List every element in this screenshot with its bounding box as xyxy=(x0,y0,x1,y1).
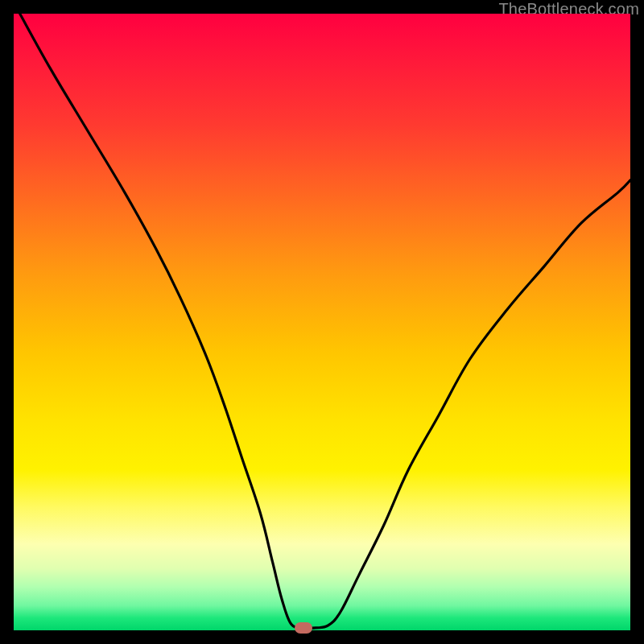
plot-area xyxy=(14,14,630,630)
curve-svg xyxy=(14,14,630,630)
bottleneck-curve xyxy=(20,14,630,628)
chart-canvas: TheBottleneck.com xyxy=(0,0,644,644)
minimum-marker xyxy=(295,622,312,634)
